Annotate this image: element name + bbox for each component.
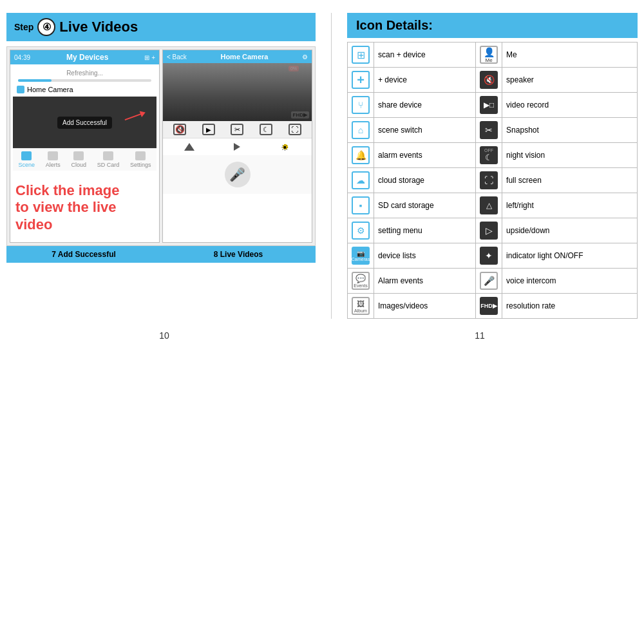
indicator-light-icon: ✦ xyxy=(480,247,498,265)
phone1-time: 04:39 xyxy=(14,54,30,61)
sub-ctrl-3[interactable]: ☀ xyxy=(278,141,292,153)
device-lists-icon: 📷 Cameras xyxy=(352,247,370,265)
scene-icon xyxy=(21,151,32,160)
icon-cell: 💬 Events xyxy=(348,269,374,294)
progress-bar-inner xyxy=(18,79,52,82)
page-number-right: 11 xyxy=(475,330,485,341)
indicator-light-label: indicator light ON/OFF xyxy=(502,243,638,269)
me-icon: 👤 Me xyxy=(480,46,498,64)
icon-details-header: Icon Details: xyxy=(347,13,638,38)
table-row: 📷 Cameras device lists ✦ indicator light… xyxy=(348,243,638,269)
nav-settings[interactable]: Settings xyxy=(130,151,151,168)
scene-switch-icon: ⌂ xyxy=(352,121,370,139)
scan-device-label: scan + device xyxy=(374,43,476,68)
resolution-rate-icon: FHD▶ xyxy=(480,297,498,315)
settings-icon xyxy=(135,151,146,160)
icon-cell: ⌂ xyxy=(348,118,374,143)
mic-button[interactable]: 🎤 xyxy=(225,162,251,187)
me-label: Me xyxy=(502,43,638,68)
icon-cell: △ xyxy=(476,193,502,218)
alarm-events2-label: Alarm events xyxy=(374,269,476,294)
mic-area: 🎤 xyxy=(163,155,312,194)
speaker-label: speaker xyxy=(502,68,638,93)
icon-cell: OFF ☾ xyxy=(476,143,502,168)
sdcard-icon xyxy=(103,151,113,160)
sub-ctrl-1[interactable] xyxy=(182,141,196,153)
phone-screenshots: 04:39 My Devices ⊞ + Refreshing... Home … xyxy=(6,46,316,246)
phone1-icons: ⊞ + xyxy=(144,54,155,61)
sub-ctrl-2[interactable] xyxy=(230,141,244,153)
add-device-label: + device xyxy=(374,68,476,93)
setting-menu-label: setting menu xyxy=(374,218,476,243)
click-instructions: Click the imageto view the livevideo xyxy=(10,173,159,242)
right-panel: Icon Details: ⊞ scan + device 👤 Me Me xyxy=(347,13,638,319)
camera-thumbnail[interactable]: Add Successful xyxy=(13,97,156,148)
bottom-nav: Scene Alerts Cloud SD Card xyxy=(13,148,156,171)
night-mode-icon[interactable]: ☾ xyxy=(260,124,272,135)
nav-cloud[interactable]: Cloud xyxy=(71,151,86,168)
icon-cell: ▶□ xyxy=(476,93,502,118)
icon-cell: ⑂ xyxy=(348,93,374,118)
phone2-back[interactable]: < Back xyxy=(167,53,187,61)
table-row: ☁ cloud storage ⛶ full screen xyxy=(348,168,638,193)
nav-scene[interactable]: Scene xyxy=(18,151,35,168)
table-row: + + device 🔇 speaker xyxy=(348,68,638,93)
phone2-gear[interactable]: ⚙ xyxy=(302,53,308,61)
phone1-title: My Devices xyxy=(66,53,108,62)
snapshot-icon[interactable]: ✂ xyxy=(231,124,243,135)
step-number: ④ xyxy=(37,18,55,36)
upside-down-label: upside/down xyxy=(502,218,638,243)
snapshot-label: Snapshot xyxy=(502,118,638,143)
page-number-left: 10 xyxy=(159,330,169,341)
page-numbers-row: 10 11 xyxy=(6,324,638,341)
alarm-events-icon: 🔔 xyxy=(352,146,370,164)
caption-add-successful: 7 Add Successful xyxy=(6,246,161,263)
night-vision-icon: OFF ☾ xyxy=(480,146,498,164)
table-row: 🔔 alarm events OFF ☾ night vision xyxy=(348,143,638,168)
divider xyxy=(331,13,332,319)
table-row: ⌂ scene switch ✂ Snapshot xyxy=(348,118,638,143)
video-record-icon: ▶□ xyxy=(480,96,498,114)
icon-cell: FHD▶ xyxy=(476,294,502,319)
left-right-icon: △ xyxy=(480,196,498,214)
speaker-icon: 🔇 xyxy=(480,71,498,89)
device-lists-label: device lists xyxy=(374,243,476,269)
share-device-icon: ⑂ xyxy=(352,96,370,114)
share-device-label: share device xyxy=(374,93,476,118)
phone-screen-2: < Back Home Camera ⚙ 0% FHD▶ 🔇 ▶ xyxy=(162,50,312,243)
progress-bar-outer xyxy=(18,79,151,82)
setting-menu-icon: ⚙ xyxy=(352,222,370,240)
nav-alerts[interactable]: Alerts xyxy=(46,151,61,168)
home-camera-label: Home Camera xyxy=(27,86,73,93)
scene-switch-label: scene switch xyxy=(374,118,476,143)
live-video-area[interactable]: 0% FHD▶ xyxy=(163,63,312,121)
sd-card-label: SD card storage xyxy=(374,193,476,218)
voice-intercom-label: voice intercom xyxy=(502,269,638,294)
sub-controls-bar: ☀ xyxy=(163,138,312,155)
icon-cell: 📷 Cameras xyxy=(348,243,374,269)
cloud-storage-icon: ☁ xyxy=(352,171,370,189)
icon-cell: ⊞ xyxy=(348,43,374,68)
icon-cell: ✦ xyxy=(476,243,502,269)
icon-table: ⊞ scan + device 👤 Me Me + + device xyxy=(347,42,638,319)
table-row: ⑂ share device ▶□ video record xyxy=(348,93,638,118)
fullscreen-icon[interactable]: ⛶ xyxy=(289,124,301,135)
icon-cell: ▪ xyxy=(348,193,374,218)
nav-sdcard[interactable]: SD Card xyxy=(97,151,120,168)
phone1-topbar: 04:39 My Devices ⊞ + xyxy=(10,50,159,64)
mute-icon[interactable]: 🔇 xyxy=(173,124,186,135)
left-panel: Step ④ Live Videos 04:39 My Devices ⊞ + … xyxy=(6,13,316,319)
click-text: Click the imageto view the livevideo xyxy=(15,177,154,238)
alarm-events-label: alarm events xyxy=(374,143,476,168)
icon-cell: ⚙ xyxy=(348,218,374,243)
controls-bar: 🔇 ▶ ✂ ☾ ⛶ xyxy=(163,121,312,138)
cloud-icon xyxy=(73,151,84,160)
record-icon[interactable]: ▶ xyxy=(202,124,215,135)
resolution-rate-label: resolution rate xyxy=(502,294,638,319)
step-title: Live Videos xyxy=(59,19,138,35)
step-header: Step ④ Live Videos xyxy=(6,13,316,41)
phone-screen-1: 04:39 My Devices ⊞ + Refreshing... Home … xyxy=(10,50,160,243)
play-icon xyxy=(234,143,240,151)
home-camera-row: Home Camera xyxy=(13,83,156,97)
icon-cell: ☁ xyxy=(348,168,374,193)
